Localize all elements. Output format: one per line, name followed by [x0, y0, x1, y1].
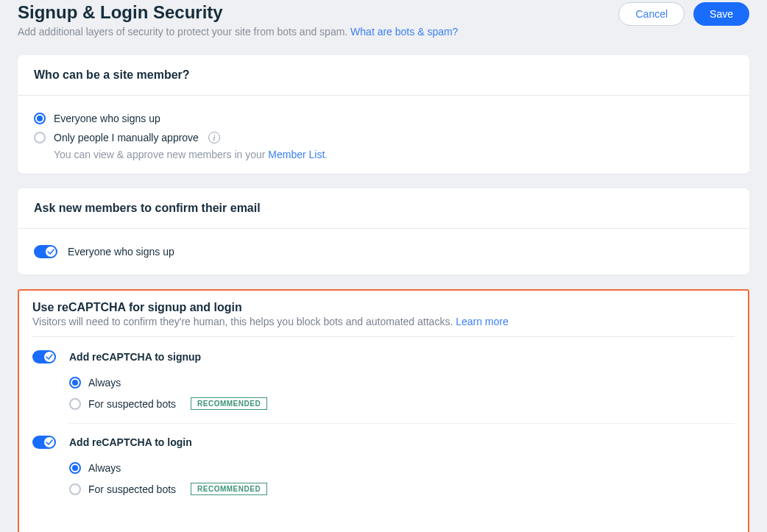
recaptcha-login-label: Add reCAPTCHA to login — [69, 436, 192, 448]
recaptcha-title: Use reCAPTCHA for signup and login — [32, 301, 735, 314]
confirm-email-card: Ask new members to confirm their email E… — [18, 188, 749, 274]
info-icon[interactable]: i — [208, 132, 220, 143]
save-button[interactable]: Save — [693, 2, 749, 26]
recaptcha-signup-label: Add reCAPTCHA to signup — [69, 351, 201, 363]
confirm-email-title: Ask new members to confirm their email — [34, 202, 733, 215]
radio-everyone[interactable] — [34, 113, 46, 124]
confirm-email-toggle-label: Everyone who signs up — [68, 246, 174, 258]
radio-signup-always[interactable] — [69, 377, 81, 389]
check-icon — [47, 248, 54, 255]
radio-manual-approve[interactable] — [34, 132, 46, 143]
radio-signup-suspected-label: For suspected bots — [88, 398, 176, 410]
recaptcha-signup-block: Add reCAPTCHA to signup Always For suspe… — [32, 350, 735, 424]
recaptcha-highlight: Use reCAPTCHA for signup and login Visit… — [18, 289, 749, 532]
recaptcha-login-toggle[interactable] — [32, 436, 56, 449]
recaptcha-login-block: Add reCAPTCHA to login Always For suspec… — [32, 436, 735, 508]
learn-more-link[interactable]: Learn more — [456, 316, 509, 327]
recaptcha-subtitle: Visitors will need to confirm they're hu… — [32, 316, 735, 337]
confirm-email-toggle[interactable] — [34, 245, 57, 258]
radio-login-suspected[interactable] — [69, 483, 81, 495]
radio-everyone-label: Everyone who signs up — [54, 113, 160, 124]
recommended-badge: RECOMMENDED — [191, 397, 267, 410]
membership-title: Who can be a site member? — [34, 68, 733, 82]
page-header: Signup & Login Security Add additional l… — [18, 2, 749, 38]
check-icon — [46, 353, 53, 361]
check-icon — [46, 439, 53, 446]
help-link[interactable]: What are bots & spam? — [350, 26, 458, 38]
page-subtitle: Add additional layers of security to pro… — [18, 26, 618, 38]
radio-manual-approve-label: Only people I manually approve — [54, 132, 199, 143]
recaptcha-signup-toggle[interactable] — [32, 350, 56, 363]
recaptcha-card: Use reCAPTCHA for signup and login Visit… — [18, 289, 749, 532]
cancel-button[interactable]: Cancel — [618, 2, 685, 26]
radio-login-always-label: Always — [88, 462, 121, 474]
radio-signup-suspected[interactable] — [69, 398, 81, 410]
recommended-badge: RECOMMENDED — [191, 483, 267, 495]
membership-hint: You can view & approve new members in yo… — [54, 149, 733, 160]
member-list-link[interactable]: Member List — [268, 149, 325, 160]
radio-signup-always-label: Always — [88, 377, 121, 389]
radio-login-always[interactable] — [69, 462, 81, 474]
membership-card: Who can be a site member? Everyone who s… — [18, 55, 749, 174]
page-title: Signup & Login Security — [18, 2, 618, 23]
radio-login-suspected-label: For suspected bots — [88, 483, 176, 495]
